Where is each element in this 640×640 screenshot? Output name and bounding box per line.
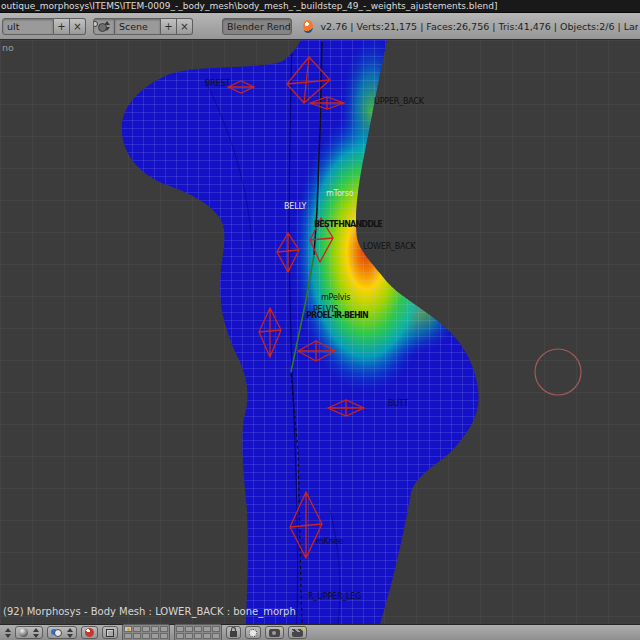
active-object-status: (92) Morphosys - Body Mesh : LOWER_BACK … [3, 606, 296, 617]
bone-label-butt: BUTT [388, 399, 408, 408]
sun-icon [249, 629, 257, 637]
layer-cell[interactable] [212, 626, 220, 632]
manipulator-toggle[interactable] [81, 626, 98, 639]
scene-selector: Scene + × [93, 18, 193, 35]
layer-cell[interactable] [203, 626, 211, 632]
bone-label-lower-back: LOWER_BACK [363, 242, 416, 251]
opengl-render-anim-button[interactable] [288, 626, 307, 639]
plus-icon: + [164, 21, 172, 32]
bone-label-overlapped-2: PROEL-IR-BEHIN [306, 311, 368, 320]
layer-cell[interactable] [142, 633, 150, 639]
bone-label-mpelvis: mPelvis [321, 293, 350, 302]
chevron-updown-icon [33, 628, 39, 638]
chevron-updown-icon [67, 628, 73, 638]
layer-cell[interactable] [194, 626, 202, 632]
shading-sphere-icon [19, 628, 28, 637]
scene-name-field[interactable]: Scene [115, 18, 161, 35]
add-scene-button[interactable]: + [161, 18, 177, 35]
close-icon: × [73, 21, 81, 32]
bone-label-r-upper-leg: R_UPPER_LEG [308, 592, 361, 601]
render-engine-dropdown[interactable]: Blender Render [222, 18, 292, 35]
layer-cell[interactable] [212, 633, 220, 639]
close-scene-button[interactable]: × [177, 18, 193, 35]
layer-cell[interactable] [133, 626, 141, 632]
layer-cell[interactable] [194, 633, 202, 639]
snap-toggle[interactable] [102, 626, 118, 639]
manipulator-ball-icon [85, 628, 94, 637]
layer-cell[interactable] [151, 633, 159, 639]
lock-icon [230, 631, 237, 637]
screen-layout-field[interactable]: ult [2, 18, 54, 35]
bone-label-brest: BREST [205, 79, 230, 88]
screen-layout-selector: ult + × [2, 18, 86, 35]
bone-label-overlapped: BESTFHNANDDLE [314, 220, 382, 229]
bone-label-belly: BELLY [284, 202, 306, 211]
info-header: ult + × Scene + × Blender Render v2.76 |… [0, 13, 640, 40]
close-icon: × [180, 21, 188, 32]
opengl-render-image-button[interactable] [265, 626, 284, 639]
layer-cell[interactable] [124, 633, 132, 639]
viewport-header [0, 624, 640, 640]
viewport-3d[interactable]: no UPPER_BACK mTorso BELLY BESTFHNANDDLE… [0, 40, 640, 624]
shading-options-button[interactable] [245, 626, 261, 639]
plus-icon: + [57, 21, 65, 32]
render-engine-value: Blender Render [227, 21, 292, 32]
scene-statistics: v2.76 | Verts:21,175 | Faces:26,756 | Tr… [320, 21, 638, 32]
pivot-point-dropdown[interactable] [47, 626, 77, 639]
mode-stepper-icon[interactable] [5, 628, 11, 638]
window-title: outique_morphosys\ITEMS\ITEM-0009_-_body… [1, 1, 497, 11]
window-title-bar: outique_morphosys\ITEMS\ITEM-0009_-_body… [0, 0, 640, 13]
blender-logo-icon [303, 20, 313, 33]
empty-circle-object[interactable] [535, 349, 581, 395]
lock-view-toggle[interactable] [226, 626, 241, 639]
pivot-point-icon [51, 628, 62, 637]
layer-cell[interactable] [185, 633, 193, 639]
layer-cell[interactable] [160, 633, 168, 639]
cube-icon [106, 629, 114, 637]
layer-cell[interactable] [160, 626, 168, 632]
scene-browse-button[interactable] [93, 18, 115, 35]
layer-cell[interactable] [133, 633, 141, 639]
close-layout-button[interactable]: × [70, 18, 86, 35]
layer-cell-active[interactable] [124, 626, 132, 632]
bone-label-mknee: mKnee [316, 537, 343, 546]
clapperboard-icon [292, 629, 303, 637]
viewport-shading-dropdown[interactable] [15, 626, 43, 639]
layer-cell[interactable] [185, 626, 193, 632]
camera-icon [269, 629, 280, 637]
layers-grid-b[interactable] [174, 624, 222, 640]
bone-label-upper-back: UPPER_BACK [374, 97, 424, 106]
layer-cell[interactable] [203, 633, 211, 639]
layer-cell[interactable] [151, 626, 159, 632]
layer-cell[interactable] [176, 633, 184, 639]
layer-cell[interactable] [142, 626, 150, 632]
layer-cell[interactable] [176, 626, 184, 632]
scene-name: Scene [119, 21, 148, 32]
layers-grid-a[interactable] [122, 624, 170, 640]
view-orientation-label: no [2, 42, 14, 53]
bone-label-mtorso: mTorso [326, 189, 353, 198]
screen-layout-name: ult [7, 21, 19, 32]
add-layout-button[interactable]: + [54, 18, 70, 35]
